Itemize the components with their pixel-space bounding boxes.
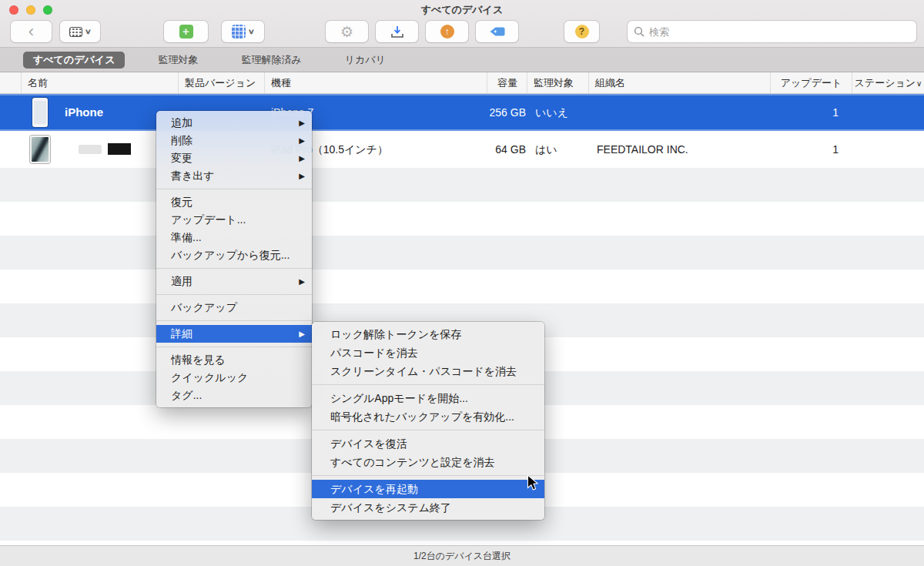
tag-button[interactable] [476,21,518,42]
add-button[interactable]: + [164,21,208,42]
app-window: すべてのデバイス ‹ ∨ + ∨ ⚙ ↑ [0,0,924,566]
submenu-arrow-icon: ▶ [299,325,305,343]
menu-item-prepare[interactable]: 準備... [156,229,312,246]
device-list-view-icon [69,27,82,37]
cell-station [852,94,924,131]
table-header: 名前 製品バージョン 機種 容量 監理対象 組織名 アップデート ステーション∨ [0,72,924,94]
help-question-icon: ? [575,25,589,39]
search-field[interactable] [628,21,916,42]
ipad-device-icon [30,136,50,163]
backup-button[interactable]: ↑ [426,21,468,42]
iphone-device-icon [32,98,48,127]
tab-all-devices[interactable]: すべてのデバイス [23,52,125,69]
gear-icon: ⚙ [340,23,353,41]
download-tray-icon [390,24,405,39]
menu-separator [156,320,312,321]
tab-supervised[interactable]: 監理対象 [148,52,208,69]
submenu-arrow-icon: ▶ [299,114,305,132]
status-bar: 1/2台のデバイス台選択 [0,545,924,566]
cell-supervised: いいえ [527,94,589,131]
back-chevron-icon: ‹ [28,22,34,41]
menu-item-tags[interactable]: タグ... [156,387,312,404]
mouse-cursor [527,474,539,492]
menu-separator [156,347,312,347]
submenu-arrow-icon: ▶ [299,149,305,167]
tag-icon [489,25,506,38]
update-button[interactable] [376,21,418,42]
menu-item-start-single-app-mode[interactable]: シングルAppモードを開始... [312,389,544,407]
menu-item-clear-screen-time-passcode[interactable]: スクリーンタイム・パスコードを消去 [312,362,544,380]
sort-chevron-icon: ∨ [916,79,922,88]
add-plus-icon: + [179,25,193,39]
menu-item-add[interactable]: 追加▶ [156,114,312,132]
cell-organization: FEEDTAILOR INC. [589,131,771,168]
menu-separator [156,189,312,189]
chevron-down-icon: ∨ [85,28,92,35]
menu-item-get-info[interactable]: 情報を見る [156,351,312,369]
column-header-supervised[interactable]: 監理対象 [527,72,589,93]
upload-arrow-icon: ↑ [440,25,454,39]
search-input[interactable] [649,21,911,42]
cell-update: 1 [771,131,852,168]
view-selector-button[interactable]: ∨ [60,21,100,42]
cell-station [852,131,924,168]
cell-supervised: はい [527,131,589,168]
device-name: iPhone [65,94,103,131]
menu-item-delete[interactable]: 削除▶ [156,132,312,149]
menu-item-revive-device[interactable]: デバイスを復活 [312,434,544,453]
menu-item-shut-down-device[interactable]: デバイスをシステム終了 [312,498,544,517]
menu-item-save-unlock-token[interactable]: ロック解除トークンを保存 [312,325,544,343]
context-menu: 追加▶ 削除▶ 変更▶ 書き出す▶ 復元 アップデート... 準備... バック… [156,111,312,407]
menu-item-clear-passcode[interactable]: パスコードを消去 [312,343,544,362]
menu-item-advanced[interactable]: 詳細▶ [156,325,312,343]
column-header-name[interactable]: 名前 [22,72,179,93]
cell-capacity: 256 GB [487,94,527,131]
chevron-down-icon: ∨ [248,28,255,35]
menu-separator [312,384,544,385]
cell-update: 1 [771,94,852,131]
redacted-name-block [79,145,102,154]
help-button[interactable]: ? [564,21,599,42]
prepare-button[interactable]: ⚙ [326,21,368,42]
menu-item-restore-from-backup[interactable]: バックアップから復元... [156,246,312,264]
redacted-name-block [108,143,131,155]
menu-item-quick-look[interactable]: クイックルック [156,369,312,387]
scope-tab-bar: すべてのデバイス 監理対象 監理解除済み リカバリ [0,48,924,72]
menu-item-update[interactable]: アップデート... [156,211,312,229]
column-header-organization[interactable]: 組織名 [589,72,771,93]
search-icon [634,26,644,37]
blueprints-button[interactable]: ∨ [222,21,264,42]
table-row-iphone[interactable]: iPhone iPhone 7 256 GB いいえ 1 [0,94,924,131]
menu-item-restart-device[interactable]: デバイスを再起動 [312,480,544,498]
menu-item-activate-encrypted-backups[interactable]: 暗号化されたバックアップを有効化... [312,407,544,426]
window-title: すべてのデバイス [0,0,924,20]
submenu-arrow-icon: ▶ [299,273,305,290]
menu-item-apply[interactable]: 適用▶ [156,273,312,290]
menu-separator [312,475,544,476]
menu-separator [156,294,312,295]
column-header-station[interactable]: ステーション∨ [852,72,924,93]
table-row-ipad[interactable]: iPad Pro（10.5インチ） 64 GB はい FEEDTAILOR IN… [0,131,924,168]
column-header-update[interactable]: アップデート [771,72,852,93]
menu-item-modify[interactable]: 変更▶ [156,149,312,167]
cell-capacity: 64 GB [487,131,527,168]
column-header-model[interactable]: 機種 [265,72,487,93]
column-header-product-version[interactable]: 製品バージョン [179,72,265,93]
menu-item-erase-all-content[interactable]: すべてのコンテンツと設定を消去 [312,453,544,471]
cell-organization [589,94,771,131]
menu-separator [156,268,312,269]
column-header-capacity[interactable]: 容量 [487,72,527,93]
blueprint-grid-icon [232,25,246,39]
menu-item-export[interactable]: 書き出す▶ [156,167,312,185]
tab-unsupervised[interactable]: 監理解除済み [231,52,311,69]
advanced-submenu: ロック解除トークンを保存 パスコードを消去 スクリーンタイム・パスコードを消去 … [312,322,544,520]
window-chrome: すべてのデバイス ‹ ∨ + ∨ ⚙ ↑ [0,0,924,48]
back-button[interactable]: ‹ [11,21,52,42]
menu-item-restore[interactable]: 復元 [156,193,312,211]
submenu-arrow-icon: ▶ [299,167,305,185]
menu-separator [312,430,544,430]
submenu-arrow-icon: ▶ [299,132,305,149]
tab-recovery[interactable]: リカバリ [335,52,396,69]
column-icon-spacer [0,72,22,93]
menu-item-backup[interactable]: バックアップ [156,299,312,316]
